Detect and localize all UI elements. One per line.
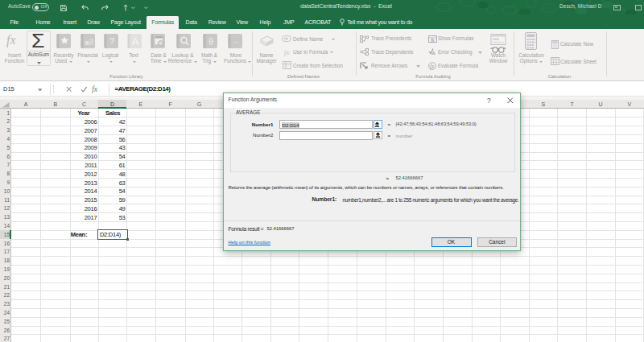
svg-text:fx: fx — [431, 37, 435, 43]
svg-text:fx: fx — [430, 62, 435, 69]
svg-text:?: ? — [109, 36, 114, 46]
svg-text:A: A — [131, 35, 138, 47]
svg-text:θ: θ — [208, 35, 213, 47]
svg-text:fx: fx — [284, 48, 290, 56]
svg-text:...: ... — [233, 35, 240, 43]
